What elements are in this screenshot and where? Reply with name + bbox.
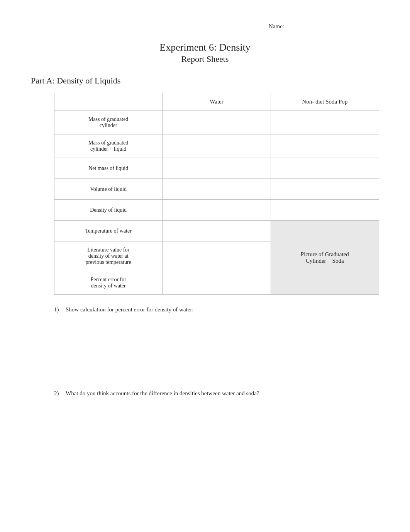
row-label-pct-error: Percent error fordensity of water <box>54 271 163 295</box>
table-row: Mass of graduatedcylinder + liquid <box>54 134 379 158</box>
table-row: Net mass of liquid <box>54 158 379 179</box>
data-table: Water Non- diet Soda Pop Mass of graduat… <box>54 93 379 295</box>
row-label-lit-value: Literature value fordensity of water atp… <box>54 241 163 271</box>
row-label-density: Density of liquid <box>54 200 163 221</box>
row-label-mass-cylinder: Mass of graduatedcylinder <box>54 111 163 134</box>
data-cell-mass-cyl-water <box>163 111 271 134</box>
data-cell-density-water <box>163 200 271 221</box>
data-cell-temp-water <box>163 221 271 241</box>
row-label-net-mass: Net mass of liquid <box>54 158 163 179</box>
question-2-text: What do you think accounts for the diffe… <box>66 390 259 397</box>
col-label-empty <box>54 93 163 111</box>
table-row: Volume of liquid <box>54 179 379 200</box>
table-row: Temperature of water Picture of Graduate… <box>54 221 379 241</box>
table-row: Density of liquid <box>54 200 379 221</box>
data-cell-mass-cyl-liq-soda <box>271 134 379 158</box>
name-line: Name: <box>31 23 379 30</box>
experiment-title: Experiment 6: Density <box>31 42 379 53</box>
question-2: 2) What do you think accounts for the di… <box>54 390 379 397</box>
data-cell-volume-soda <box>271 179 379 200</box>
report-sheets-subtitle: Report Sheets <box>31 54 379 64</box>
name-input-line <box>286 23 371 30</box>
col-soda: Non- diet Soda Pop <box>271 93 379 111</box>
data-cell-pct-error-water <box>163 271 271 295</box>
data-cell-net-mass-soda <box>271 158 379 179</box>
question-1-space <box>54 321 379 390</box>
table-row: Mass of graduatedcylinder <box>54 111 379 134</box>
question-1-number: 1) <box>54 306 63 313</box>
data-cell-mass-cyl-soda <box>271 111 379 134</box>
data-cell-net-mass-water <box>163 158 271 179</box>
row-label-mass-cyl-liquid: Mass of graduatedcylinder + liquid <box>54 134 163 158</box>
questions-section: 1) Show calculation for percent error fo… <box>54 306 379 397</box>
data-cell-lit-value-water <box>163 241 271 271</box>
question-1-text: Show calculation for percent error for d… <box>66 306 194 313</box>
col-water: Water <box>163 93 271 111</box>
data-cell-density-soda <box>271 200 379 221</box>
row-label-temperature: Temperature of water <box>54 221 163 241</box>
page-title-block: Experiment 6: Density Report Sheets <box>31 42 379 64</box>
picture-placeholder: Picture of GraduatedCylinder + Soda <box>271 221 379 295</box>
part-a-heading: Part A: Density of Liquids <box>31 76 379 86</box>
data-cell-mass-cyl-liq-water <box>163 134 271 158</box>
question-1: 1) Show calculation for percent error fo… <box>54 306 379 313</box>
question-2-number: 2) <box>54 390 63 397</box>
name-label: Name: <box>269 23 284 30</box>
data-cell-volume-water <box>163 179 271 200</box>
row-label-volume: Volume of liquid <box>54 179 163 200</box>
